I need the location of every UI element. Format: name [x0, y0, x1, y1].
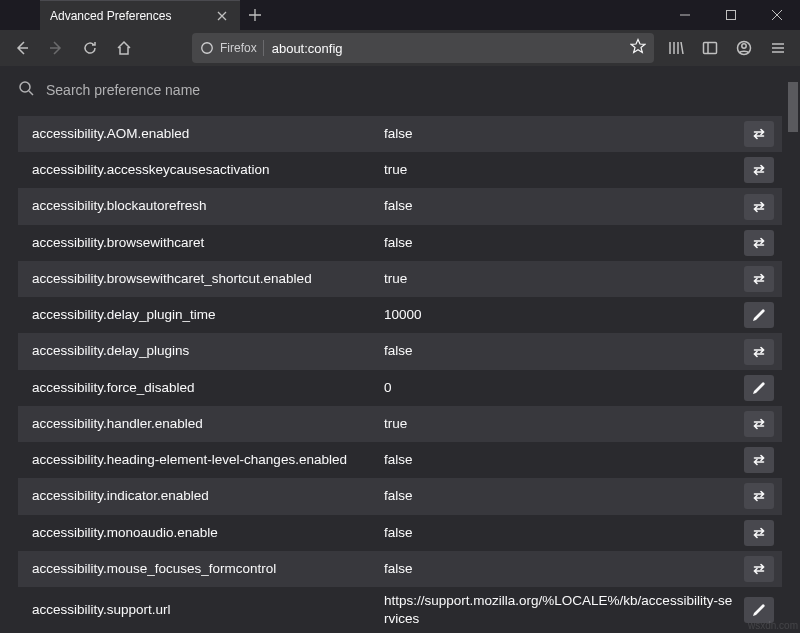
- toggle-icon[interactable]: [744, 266, 774, 292]
- preference-row: accessibility.mouse_focuses_formcontrolf…: [18, 551, 782, 587]
- edit-icon[interactable]: [744, 375, 774, 401]
- identity-box[interactable]: Firefox: [200, 41, 257, 55]
- svg-rect-2: [704, 43, 717, 54]
- preference-row: accessibility.accesskeycausesactivationt…: [18, 152, 782, 188]
- toggle-icon[interactable]: [744, 411, 774, 437]
- preference-value[interactable]: false: [384, 451, 744, 469]
- toggle-icon[interactable]: [744, 194, 774, 220]
- preference-value[interactable]: 10000: [384, 306, 744, 324]
- preference-value[interactable]: true: [384, 270, 744, 288]
- edit-icon[interactable]: [744, 597, 774, 623]
- preference-name[interactable]: accessibility.delay_plugins: [32, 342, 384, 360]
- preference-value[interactable]: false: [384, 342, 744, 360]
- preference-row: accessibility.blockautorefreshfalse: [18, 188, 782, 224]
- preference-name[interactable]: accessibility.browsewithcaret_shortcut.e…: [32, 270, 384, 288]
- reload-button[interactable]: [74, 32, 106, 64]
- toggle-icon[interactable]: [744, 520, 774, 546]
- search-icon: [18, 80, 34, 100]
- preference-name[interactable]: accessibility.force_disabled: [32, 379, 384, 397]
- preference-row: accessibility.monoaudio.enablefalse: [18, 515, 782, 551]
- svg-point-5: [20, 82, 30, 92]
- content-area: Search preference name accessibility.AOM…: [0, 66, 800, 633]
- new-tab-button[interactable]: [240, 0, 270, 30]
- window-maximize-button[interactable]: [708, 0, 754, 30]
- toggle-icon[interactable]: [744, 230, 774, 256]
- firefox-icon: [200, 41, 214, 55]
- nav-toolbar: Firefox about:config: [0, 30, 800, 66]
- preference-name[interactable]: accessibility.handler.enabled: [32, 415, 384, 433]
- sidebar-button[interactable]: [694, 32, 726, 64]
- edit-icon[interactable]: [744, 302, 774, 328]
- tab-bar: Advanced Preferences: [40, 0, 270, 30]
- url-text: about:config: [272, 41, 630, 56]
- preference-name[interactable]: accessibility.heading-element-level-chan…: [32, 451, 384, 469]
- back-button[interactable]: [6, 32, 38, 64]
- preference-row: accessibility.browsewithcaret_shortcut.e…: [18, 261, 782, 297]
- preference-value[interactable]: 0: [384, 379, 744, 397]
- svg-point-1: [202, 43, 213, 54]
- preference-value[interactable]: true: [384, 161, 744, 179]
- menu-button[interactable]: [762, 32, 794, 64]
- preference-value[interactable]: false: [384, 125, 744, 143]
- preference-name[interactable]: accessibility.support.url: [32, 601, 384, 619]
- svg-rect-0: [727, 11, 736, 20]
- toggle-icon[interactable]: [744, 556, 774, 582]
- window-controls: Advanced Preferences: [0, 0, 800, 30]
- preference-row: accessibility.browsewithcaretfalse: [18, 225, 782, 261]
- toggle-icon[interactable]: [744, 157, 774, 183]
- preferences-list: accessibility.AOM.enabledfalseaccessibil…: [18, 116, 782, 633]
- library-button[interactable]: [660, 32, 692, 64]
- preference-name[interactable]: accessibility.AOM.enabled: [32, 125, 384, 143]
- preference-name[interactable]: accessibility.monoaudio.enable: [32, 524, 384, 542]
- preference-value[interactable]: https://support.mozilla.org/%LOCALE%/kb/…: [384, 592, 744, 628]
- identity-label: Firefox: [220, 41, 257, 55]
- home-button[interactable]: [108, 32, 140, 64]
- preference-name[interactable]: accessibility.mouse_focuses_formcontrol: [32, 560, 384, 578]
- preference-row: accessibility.force_disabled0: [18, 370, 782, 406]
- window-minimize-button[interactable]: [662, 0, 708, 30]
- preference-value[interactable]: false: [384, 234, 744, 252]
- preference-value[interactable]: false: [384, 197, 744, 215]
- scrollbar-thumb[interactable]: [788, 82, 798, 132]
- toggle-icon[interactable]: [744, 339, 774, 365]
- toggle-icon[interactable]: [744, 447, 774, 473]
- preference-row: accessibility.indicator.enabledfalse: [18, 478, 782, 514]
- preference-row: accessibility.handler.enabledtrue: [18, 406, 782, 442]
- preference-row: accessibility.delay_pluginsfalse: [18, 333, 782, 369]
- preference-row: accessibility.support.urlhttps://support…: [18, 587, 782, 633]
- preference-value[interactable]: true: [384, 415, 744, 433]
- preference-value[interactable]: false: [384, 524, 744, 542]
- url-bar[interactable]: Firefox about:config: [192, 33, 654, 63]
- preference-row: accessibility.heading-element-level-chan…: [18, 442, 782, 478]
- close-icon[interactable]: [214, 8, 230, 24]
- preference-name[interactable]: accessibility.delay_plugin_time: [32, 306, 384, 324]
- tab-title: Advanced Preferences: [50, 9, 214, 23]
- svg-point-4: [742, 44, 746, 48]
- window-close-button[interactable]: [754, 0, 800, 30]
- preference-name[interactable]: accessibility.indicator.enabled: [32, 487, 384, 505]
- preference-row: accessibility.AOM.enabledfalse: [18, 116, 782, 152]
- preference-name[interactable]: accessibility.blockautorefresh: [32, 197, 384, 215]
- bookmark-star-icon[interactable]: [630, 38, 646, 58]
- preference-value[interactable]: false: [384, 560, 744, 578]
- preference-name[interactable]: accessibility.browsewithcaret: [32, 234, 384, 252]
- forward-button[interactable]: [40, 32, 72, 64]
- separator: [263, 40, 264, 56]
- search-placeholder: Search preference name: [46, 82, 200, 98]
- toggle-icon[interactable]: [744, 121, 774, 147]
- preference-name[interactable]: accessibility.accesskeycausesactivation: [32, 161, 384, 179]
- search-row[interactable]: Search preference name: [0, 66, 800, 110]
- preference-row: accessibility.delay_plugin_time10000: [18, 297, 782, 333]
- tab-active[interactable]: Advanced Preferences: [40, 0, 240, 30]
- preference-value[interactable]: false: [384, 487, 744, 505]
- account-button[interactable]: [728, 32, 760, 64]
- toggle-icon[interactable]: [744, 483, 774, 509]
